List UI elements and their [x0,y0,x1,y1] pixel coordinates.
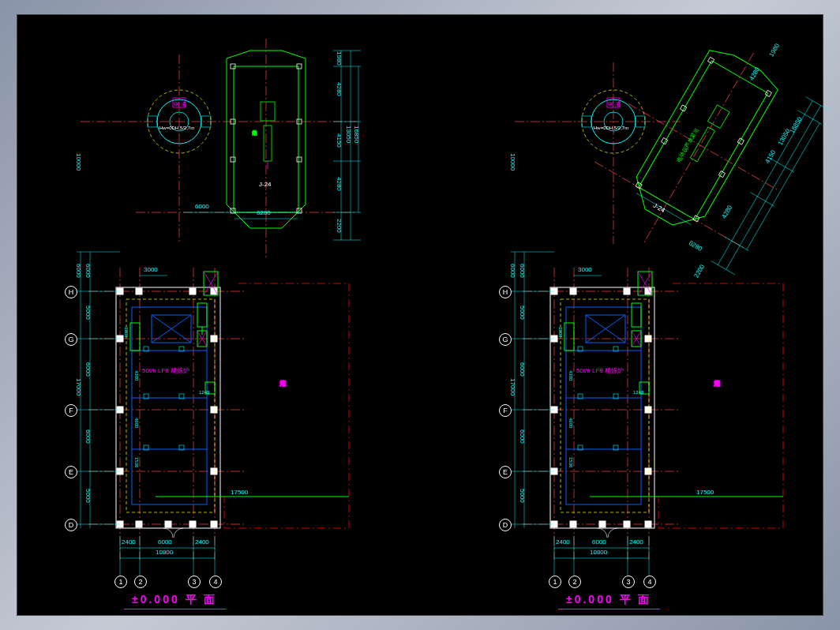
cad-canvas[interactable]: H G F E D 1 2 3 4 6000 6280 1980 4280 41… [17,14,823,616]
dim-1536: 1536 [134,457,139,467]
dim-2400-l-r: 2400 [556,538,570,546]
drawing-left-svg [41,23,436,607]
svg-line-124 [806,97,830,111]
label-scrap-r: 钢 渣 [608,100,621,108]
svg-rect-154 [645,521,651,527]
dim-4900: 4900 [134,418,139,428]
svg-rect-55 [165,521,171,527]
title-left: ±0.000 平 面 [132,593,218,607]
dim-3300: 3300 [124,327,129,337]
dim-2200: 2200 [336,219,343,233]
dim-v6000-g-r: 6000 [519,362,526,377]
dim-16850: 16850 [353,126,360,143]
dim-6280: 6280 [257,209,271,216]
dim-v6000-top: 6000 [75,264,82,278]
drawing-right-svg [475,23,840,607]
svg-rect-10 [297,157,302,162]
dim-v6000-top2: 6000 [84,264,92,278]
title-right: ±0.000 平 面 [566,593,652,607]
grid-col-2-r: 2 [568,576,581,588]
svg-line-127 [751,193,774,206]
grid-col-1-r: 1 [549,576,561,588]
svg-rect-52 [211,468,217,474]
grid-row-d: D [65,519,77,531]
grid-col-4: 4 [209,576,222,588]
dim-v6000-f-r: 6000 [519,429,526,444]
svg-line-126 [771,159,794,173]
svg-line-131 [726,106,821,270]
dim-v6000-f: 6000 [84,429,92,444]
dim-6000-h-r: 6000 [592,538,606,546]
svg-rect-48 [211,336,217,342]
svg-rect-54 [136,521,142,527]
svg-rect-151 [570,521,576,527]
svg-rect-58 [132,307,207,504]
drawing-right-view: H G F E D 1 2 3 4 6280 16850 13050 4280 … [475,23,840,607]
svg-line-109 [643,53,754,244]
label-furnace-r: 50t/h LF8 精炼炉 [576,366,624,375]
label-crane-r: Hw=0DH.5/2,7m [594,126,628,130]
dim-3000-r: 3000 [578,266,592,273]
dim-v10000: 10000 [75,153,82,171]
dim-v5000-h-r: 5000 [519,306,526,320]
dim-v17000: 17000 [75,378,82,396]
dim-v6000-top2-r: 6000 [519,264,526,278]
svg-rect-142 [624,288,630,294]
grid-col-3: 3 [188,576,201,588]
label-j24: J-24 [259,181,272,188]
svg-rect-147 [645,407,651,413]
grid-row-h: H [65,286,77,298]
dim-6000-upper: 6000 [195,203,209,210]
dim-1536-r: 1536 [568,457,573,467]
svg-rect-56 [189,521,196,527]
dim-v6000-top-r: 6000 [509,264,516,278]
grid-row-g: G [65,333,77,346]
svg-rect-152 [599,521,606,527]
svg-rect-44 [136,288,142,294]
dim-6000-h: 6000 [158,538,172,546]
grid-row-e: E [65,466,77,478]
dim-v10000-r: 10000 [509,153,516,171]
dim-1248-r: 1248 [633,390,643,395]
dim-4900-r: 4900 [568,418,573,428]
grid-row-d-r: D [499,519,512,531]
dim-1248: 1248 [199,390,209,395]
svg-rect-9 [231,157,235,162]
dim-4300: 4300 [134,370,139,381]
dim-v17000-r: 17000 [509,378,516,396]
dim-17500: 17500 [231,489,248,496]
label-crane: Hw=0DH.5/2,7m [159,126,194,130]
grid-row-g-r: G [499,333,512,346]
svg-rect-19 [261,102,275,121]
svg-rect-45 [189,288,196,294]
dim-v6000-g: 6000 [84,362,92,377]
dim-4300-r: 4300 [568,370,573,381]
dim-17500-r: 17500 [696,489,714,496]
dim-13050: 13050 [345,126,352,143]
grid-row-e-r: E [499,466,512,478]
svg-rect-121 [707,105,729,129]
svg-rect-155 [566,307,641,504]
dim-4280-t: 4280 [336,82,343,96]
dim-4280-b: 4280 [336,177,343,191]
dim-1980: 1980 [336,51,343,66]
svg-rect-57 [211,521,217,527]
grid-row-f: F [65,404,77,417]
grid-col-1: 1 [114,576,127,588]
label-scrap: 钢 渣 [174,100,186,108]
dim-v5000-h: 5000 [84,306,92,320]
grid-col-4-r: 4 [643,576,656,588]
dim-v5000-e-r: 5000 [519,489,526,503]
dim-10800: 10800 [156,549,173,556]
svg-line-110 [628,104,779,191]
drawing-left-view: H G F E D 1 2 3 4 6000 6280 1980 4280 41… [41,23,436,607]
dim-3000: 3000 [144,266,158,273]
grid-col-3-r: 3 [622,576,635,588]
svg-line-128 [725,237,748,251]
svg-rect-141 [570,288,576,294]
dim-v5000-e: 5000 [84,489,92,503]
label-furnace: 50t/h LF8 精炼炉 [142,366,189,375]
dim-2400-r-r: 2400 [629,538,643,546]
dim-3300-r: 3300 [558,327,563,337]
dim-10800-r: 10800 [590,549,607,556]
